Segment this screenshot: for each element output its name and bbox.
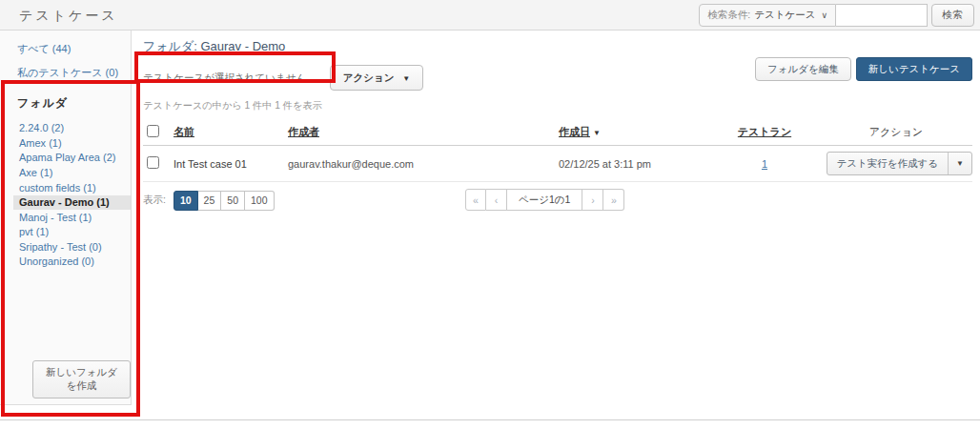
folder-item[interactable]: Manoj - Test (1) (0, 210, 131, 225)
create-testrun-label: テスト実行を作成する (827, 153, 948, 174)
actions-dropdown-button[interactable]: アクション ▼ (330, 65, 424, 91)
folder-item[interactable]: pvt (1) (0, 225, 131, 240)
content-bottom-divider (0, 419, 980, 420)
search-bar: 検索条件: テストケース ∨ 検索 (699, 4, 974, 27)
app-window: テストケース 検索条件: テストケース ∨ 検索 すべて (44) 私のテストケ… (0, 0, 980, 429)
next-page-button[interactable]: › (582, 189, 603, 211)
sidebar: すべて (44) 私のテストケース (0) フォルダ 2.24.0 (2) Am… (0, 31, 132, 405)
folders-heading: フォルダ (17, 95, 131, 112)
folder-item[interactable]: Amex (1) (0, 136, 131, 152)
creator-email: gaurav.thakur@deque.com (284, 146, 555, 182)
chevron-down-icon[interactable]: ▼ (948, 153, 971, 174)
page-size-100[interactable]: 100 (245, 191, 275, 211)
edit-folder-button[interactable]: フォルダを編集 (755, 57, 851, 81)
current-page-indicator: ページ1の1 (507, 189, 582, 211)
page-size-10[interactable]: 10 (174, 191, 198, 211)
create-testrun-button[interactable]: テスト実行を作成する ▼ (827, 152, 972, 175)
folder-item[interactable]: Apama Play Area (2) (0, 151, 131, 166)
new-testcase-button[interactable]: 新しいテストケース (856, 57, 972, 81)
last-page-button[interactable]: » (603, 189, 624, 211)
column-header-testruns[interactable]: テストラン (738, 126, 791, 137)
selection-status-text: テストケースが選択されていません。 (143, 72, 316, 85)
folder-item[interactable]: Sripathy - Test (0) (0, 240, 131, 255)
main-content: フォルダ: Gaurav - Demo テストケースが選択されていません。 アク… (143, 31, 980, 429)
new-folder-button[interactable]: 新しいフォルダを作成 (32, 360, 131, 398)
row-checkbox[interactable] (147, 156, 159, 169)
pagination-bar: 表示: 10 25 50 100 « ‹ ページ1の1 › » (143, 189, 980, 212)
prev-page-button[interactable]: ‹ (486, 189, 507, 211)
folder-item[interactable]: custom fields (1) (0, 180, 131, 195)
breadcrumb-folder-link[interactable]: フォルダ (143, 39, 194, 53)
folder-item[interactable]: 2.24.0 (2) (0, 121, 131, 136)
folder-actions: フォルダを編集 新しいテストケース (755, 57, 972, 81)
folder-item[interactable]: Axe (1) (0, 166, 131, 181)
testcase-table: 名前 作成者 作成日 ▼ テストラン アクション Int Test case 0… (143, 119, 972, 182)
folder-item-selected[interactable]: Gaurav - Demo (1) (13, 195, 131, 211)
sidebar-links: すべて (44) 私のテストケース (0) (0, 31, 131, 80)
testcase-name: Int Test case 01 (170, 146, 284, 182)
first-page-button[interactable]: « (465, 189, 486, 211)
sidebar-item-my-testcases[interactable]: 私のテストケース (0) (17, 66, 131, 80)
breadcrumb-current: : Gaurav - Demo (194, 39, 285, 53)
select-all-checkbox[interactable] (147, 125, 159, 137)
breadcrumb: フォルダ: Gaurav - Demo (143, 38, 980, 55)
page-title: テストケース (19, 0, 118, 31)
folder-item[interactable]: Unorganized (0) (0, 255, 131, 270)
display-label: 表示: (143, 194, 166, 207)
column-header-created[interactable]: 作成日 (559, 126, 590, 137)
folder-list: 2.24.0 (2) Amex (1) Apama Play Area (2) … (0, 121, 131, 270)
chevron-down-icon: ▼ (402, 74, 410, 83)
search-type-value: テストケース (754, 9, 815, 22)
page-size-50[interactable]: 50 (221, 191, 245, 211)
column-header-actions: アクション (869, 125, 923, 139)
search-condition-label: 検索条件: (707, 9, 750, 22)
results-summary: テストケースの中から 1 件中 1 件を表示 (143, 99, 980, 112)
sort-desc-icon: ▼ (593, 129, 601, 137)
testrun-count-link[interactable]: 1 (762, 158, 767, 170)
page-size-25[interactable]: 25 (198, 191, 222, 211)
search-button[interactable]: 検索 (931, 4, 974, 27)
actions-button-label: アクション (343, 72, 395, 83)
table-row: Int Test case 01 gaurav.thakur@deque.com… (143, 146, 972, 182)
page-size-group: 10 25 50 100 (174, 191, 275, 211)
search-input[interactable] (836, 4, 928, 27)
sidebar-item-all[interactable]: すべて (44) (17, 42, 131, 56)
page-navigation: « ‹ ページ1の1 › » (465, 189, 624, 211)
top-header: テストケース 検索条件: テストケース ∨ 検索 (0, 0, 980, 31)
column-header-name[interactable]: 名前 (174, 126, 194, 137)
column-header-creator[interactable]: 作成者 (288, 126, 319, 137)
chevron-down-icon: ∨ (821, 10, 827, 20)
table-header-row: 名前 作成者 作成日 ▼ テストラン アクション (143, 119, 972, 146)
created-date: 02/12/25 at 3:11 pm (555, 146, 731, 182)
search-type-select[interactable]: 検索条件: テストケース ∨ (699, 4, 836, 27)
